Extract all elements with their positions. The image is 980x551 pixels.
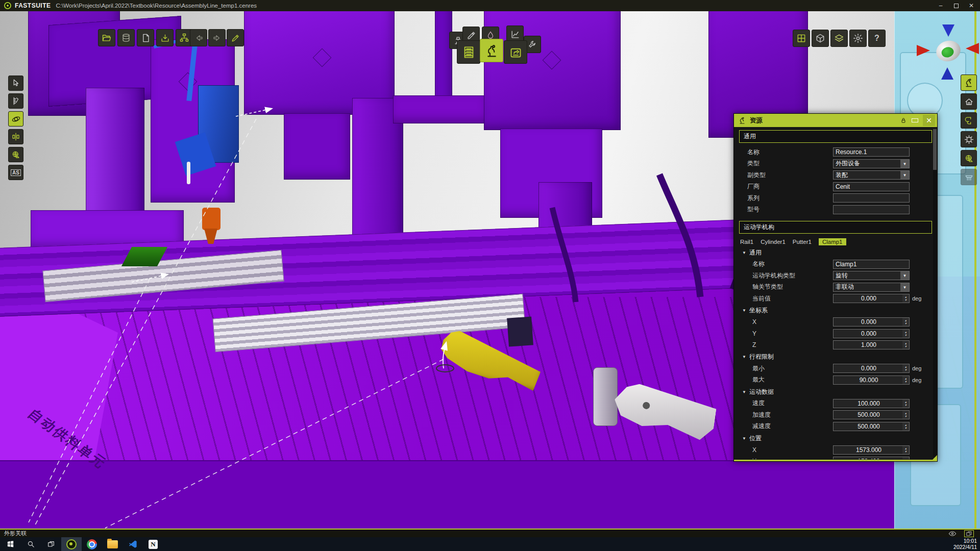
eye-icon[interactable] xyxy=(948,530,957,537)
coord-x-input[interactable] xyxy=(833,317,910,327)
edit-pencil-button[interactable] xyxy=(227,29,244,46)
close-button[interactable]: ✕ xyxy=(964,0,979,11)
coord-z-input[interactable] xyxy=(833,340,910,349)
as-standard-button[interactable]: AS xyxy=(8,165,23,180)
current-value-input[interactable] xyxy=(833,294,910,303)
database-button[interactable] xyxy=(117,29,135,46)
chevron-down-icon: ▾ xyxy=(900,171,909,179)
taskbar-chrome-button[interactable] xyxy=(82,537,102,551)
group-header-general[interactable]: ▼ 通用 xyxy=(739,248,932,257)
spinner-arrows[interactable]: ▴▾ xyxy=(902,376,909,384)
spinner-arrows[interactable]: ▴▾ xyxy=(902,411,909,419)
taskbar-notion-button[interactable]: N xyxy=(143,537,163,551)
measure-button[interactable] xyxy=(8,93,23,109)
vendor-input[interactable] xyxy=(833,182,910,191)
orbit-view-button[interactable] xyxy=(8,111,23,127)
taskbar-search-button[interactable] xyxy=(20,537,41,551)
mechanism-table-button[interactable] xyxy=(961,169,977,185)
new-document-button[interactable] xyxy=(137,29,154,46)
group-header-limits[interactable]: ▼ 行程限制 xyxy=(739,353,932,361)
panel-toggle-icon[interactable] xyxy=(964,530,974,537)
isometric-view-button[interactable] xyxy=(812,30,829,47)
help-button[interactable]: ? xyxy=(868,30,886,47)
kinematic-type-select[interactable]: 旋转 ▾ xyxy=(833,271,910,280)
spinner-arrows[interactable]: ▴▾ xyxy=(902,318,909,326)
acceleration-input[interactable] xyxy=(833,410,910,419)
spinner-arrows[interactable]: ▴▾ xyxy=(902,457,909,459)
viewport-layout-button[interactable] xyxy=(793,30,810,47)
panel-resize-grip[interactable] xyxy=(931,455,937,461)
forward-button[interactable] xyxy=(208,29,226,46)
group-header-position[interactable]: ▼ 位置 xyxy=(739,434,932,443)
taskbar-fastsuite-button[interactable] xyxy=(61,537,82,551)
taskbar-vscode-button[interactable] xyxy=(122,537,143,551)
taskbar-explorer-button[interactable] xyxy=(102,537,122,551)
home-position-button[interactable] xyxy=(961,93,977,110)
spinner-arrows[interactable]: ▴▾ xyxy=(902,294,909,303)
nav-cone-left[interactable] xyxy=(917,45,930,56)
spinner-arrows[interactable]: ▴▾ xyxy=(902,422,909,431)
position-x-input[interactable] xyxy=(833,445,910,455)
kinematic-name-input[interactable] xyxy=(833,260,910,269)
model-input[interactable] xyxy=(833,205,910,214)
group-header-coordsys[interactable]: ▼ 坐标系 xyxy=(739,306,932,315)
maximize-button[interactable] xyxy=(948,0,964,11)
resource-rack-button[interactable] xyxy=(457,40,480,64)
align-axes-button[interactable] xyxy=(8,129,23,144)
tab-rail1[interactable]: Rail1 xyxy=(740,239,753,245)
spinner-arrows[interactable]: ▴▾ xyxy=(902,341,909,349)
scrollbar-thumb[interactable] xyxy=(933,129,937,170)
select-cursor-button[interactable] xyxy=(8,76,23,91)
minimize-button[interactable]: – xyxy=(933,0,948,11)
panel-minimize-button[interactable] xyxy=(912,118,918,122)
settings-button[interactable] xyxy=(849,30,867,47)
tab-clamp1[interactable]: Clamp1 xyxy=(819,238,846,245)
resource-panel-titlebar[interactable]: 资源 ✕ xyxy=(734,114,937,127)
spinner-arrows[interactable]: ▴▾ xyxy=(902,364,909,372)
import-button[interactable] xyxy=(156,29,174,46)
subtype-select[interactable]: 装配 ▾ xyxy=(833,170,910,180)
nav-cone-right[interactable] xyxy=(966,43,979,54)
orientation-widget[interactable] xyxy=(919,26,978,82)
name-input[interactable] xyxy=(833,147,910,157)
nav-cone-up[interactable] xyxy=(942,24,954,37)
limit-min-input[interactable] xyxy=(833,364,910,373)
back-button[interactable] xyxy=(190,29,207,46)
panel-close-button[interactable]: ✕ xyxy=(923,115,935,126)
nav-cone-down[interactable] xyxy=(941,67,953,80)
type-select[interactable]: 外围设备 ▾ xyxy=(833,159,910,168)
series-input[interactable] xyxy=(833,193,910,203)
spinner-arrows[interactable]: ▴▾ xyxy=(902,330,909,338)
spinner-arrows[interactable]: ▴▾ xyxy=(902,399,909,408)
speed-input[interactable] xyxy=(833,399,910,408)
select-resource-button[interactable] xyxy=(961,74,977,91)
deceleration-input[interactable] xyxy=(833,422,910,431)
joint-type-select[interactable]: 非联动 ▾ xyxy=(833,283,910,292)
kinematics-chip-button[interactable] xyxy=(961,131,977,147)
program-editor-button[interactable] xyxy=(504,40,527,64)
tab-cylinder1[interactable]: Cylinder1 xyxy=(761,239,786,245)
panel-scrollbar[interactable] xyxy=(933,129,937,457)
world-resource-button[interactable] xyxy=(961,150,977,166)
limit-max-input[interactable] xyxy=(833,375,910,385)
spinner-arrows[interactable]: ▴▾ xyxy=(902,446,909,454)
gripper-button[interactable] xyxy=(961,112,977,129)
tab-putter1[interactable]: Putter1 xyxy=(793,239,812,245)
open-project-button[interactable] xyxy=(98,29,115,46)
nav-sphere[interactable] xyxy=(934,38,963,64)
app-name: FASTSUITE xyxy=(15,2,51,9)
taskbar-clock[interactable]: 10:01 2022/4/11 xyxy=(953,538,977,550)
layers-button[interactable] xyxy=(830,30,848,47)
position-y-input[interactable] xyxy=(833,457,910,459)
group-header-motion[interactable]: ▼ 运动数据 xyxy=(739,388,932,396)
robot-icon xyxy=(738,116,746,124)
task-view-button[interactable] xyxy=(41,537,61,551)
robot-mode-button[interactable] xyxy=(480,39,503,62)
file-path: C:\Work\Projects\April.2022\Textbook\Res… xyxy=(56,3,257,9)
world-document-button[interactable] xyxy=(8,147,23,162)
field-row-decel: 减速度 ▴▾ xyxy=(739,422,932,431)
coord-y-input[interactable] xyxy=(833,329,910,338)
chrome-icon xyxy=(87,539,97,549)
start-button[interactable] xyxy=(0,537,20,551)
lock-icon[interactable] xyxy=(900,117,907,124)
